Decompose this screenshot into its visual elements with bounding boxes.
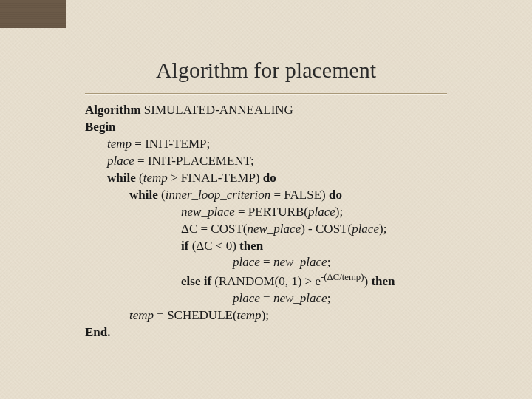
algo-line-12: place = new_place; [85,290,447,307]
algo-line-14: End. [85,324,447,341]
algo-line-13: temp = SCHEDULE(temp); [85,307,447,324]
algo-line-11: else if (RANDOM(0, 1) > e-(ΔC/temp)) the… [85,271,447,290]
algo-line-7: new_place = PERTURB(place); [85,204,447,221]
corner-decoration [0,0,66,28]
algo-line-3: temp = INIT-TEMP; [85,136,447,153]
algo-line-2: Begin [85,119,447,136]
algo-line-8: ΔC = COST(new_place) - COST(place); [85,221,447,238]
algo-line-9: if (ΔC < 0) then [85,238,447,255]
algo-line-1: Algorithm SIMULATED-ANNEALING [85,102,447,119]
slide-title: Algorithm for placement [0,0,532,93]
algorithm-body: Algorithm SIMULATED-ANNEALING Begin temp… [0,95,532,341]
algo-line-10: place = new_place; [85,254,447,271]
algo-line-6: while (inner_loop_criterion = FALSE) do [85,187,447,204]
algo-line-5: while (temp > FINAL-TEMP) do [85,170,447,187]
algo-line-4: place = INIT-PLACEMENT; [85,153,447,170]
